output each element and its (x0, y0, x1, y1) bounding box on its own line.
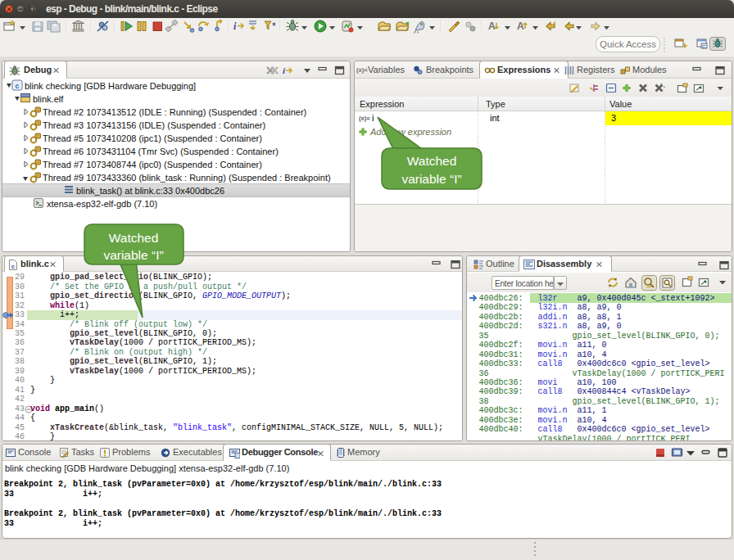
svg-text:Watched: Watched (407, 154, 457, 168)
svg-text:variable “I”: variable “I” (401, 172, 461, 186)
svg-text:Watched: Watched (109, 231, 159, 245)
svg-text:variable “I”: variable “I” (103, 248, 163, 262)
